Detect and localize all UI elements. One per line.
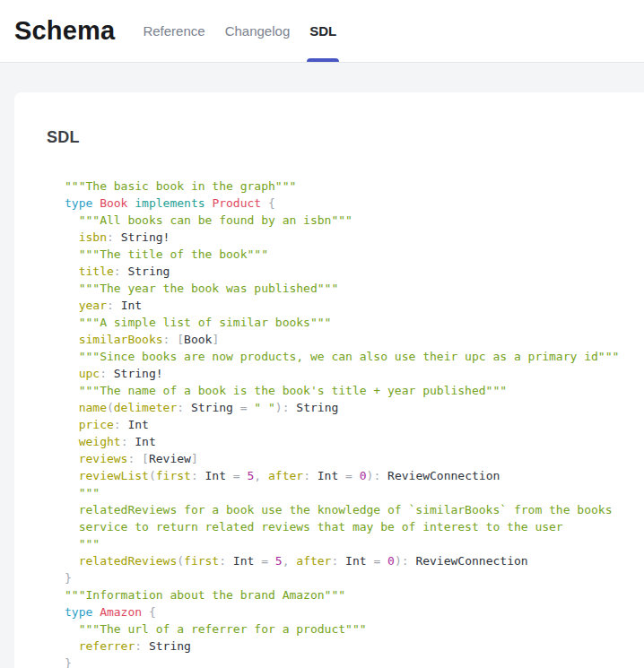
code-line: """ [65,535,626,552]
code-token-kw: type [65,196,100,210]
code-line: """Since books are now products, we can … [65,348,626,365]
code-line: """The title of the book""" [65,246,626,263]
code-token-pun: = [226,469,247,482]
code-token-pun: : [ [127,452,148,465]
code-line: relatedReviews for a book use the knowle… [65,501,626,518]
code-token-fld: isbn [65,230,107,244]
code-token-num: 0 [360,469,367,482]
code-token-pun: : [177,401,191,414]
code-token-fld: title [65,265,114,278]
tab-changelog[interactable]: Changelog [224,0,292,62]
code-token-cls: Amazon [100,605,149,619]
tab-label: Changelog [225,23,291,39]
code-line: service to return related reviews that m… [65,518,626,535]
code-token-impl: implements [135,196,212,210]
code-token-fld: first [184,554,219,568]
code-token-pun: : [107,230,121,244]
page-title: Schema [0,16,115,46]
code-line: price: Int [65,416,626,433]
code-token-pun: : [303,469,318,482]
code-token-pun: = [367,554,387,568]
code-token-doc: """The name of a book is the book's titl… [65,384,507,397]
tab-label: Reference [143,23,205,39]
code-line: similarBooks: [Book] [65,331,626,348]
code-token-fld: delimeter [114,401,177,414]
code-line: referrer: String [65,638,626,655]
tab-label: SDL [309,23,336,39]
code-token-pun: ] [212,333,219,346]
code-line: """The name of a book is the book's titl… [65,382,626,399]
code-token-pun: : [121,435,135,448]
code-token-pun: = [338,469,359,482]
code-token-pun: , [254,469,268,482]
code-token-typ: String! [121,230,170,244]
code-token-fld: similarBooks [65,333,163,346]
code-line: relatedReviews(first: Int = 5, after: In… [65,552,626,569]
code-token-pun: ): [275,401,296,414]
page-header: Schema ReferenceChangelogSDL [0,0,644,63]
code-token-pun: ): [367,469,387,482]
tab-reference[interactable]: Reference [142,0,205,62]
code-token-fld: after [268,469,303,482]
code-token-pun: : [ [163,333,184,346]
code-token-typ: Int [205,469,226,482]
code-line: type Book implements Product { [65,195,626,212]
page-body: SDL """The basic book in the graph"""typ… [0,63,644,668]
code-token-pun: : [114,418,128,431]
code-token-typ: Int [135,435,155,448]
code-line: """A simple list of similar books""" [65,314,626,331]
code-token-fld: weight [65,435,121,448]
code-token-doc: """Information about the brand Amazon""" [65,588,345,602]
code-token-cls: Product [212,196,268,210]
code-token-fld: reviews [65,452,127,465]
code-line: """ [65,484,626,501]
code-token-typ: Review [149,452,191,465]
code-token-num: 0 [387,554,395,568]
code-token-typ: String [149,639,191,653]
tab-sdl[interactable]: SDL [309,0,337,62]
code-line: } [65,655,626,668]
code-token-typ: String [296,401,338,414]
code-line: year: Int [65,297,626,314]
code-line: """The url of a referrer for a product""… [65,620,626,638]
code-token-typ: Int [121,299,142,312]
sdl-code-block: """The basic book in the graph"""type Bo… [65,178,626,668]
code-token-pun: ] [191,452,198,465]
code-token-fld: price [65,418,114,431]
code-token-doc: """The url of a referrer for a product""… [65,622,367,636]
code-line: """All books can be found by an isbn""" [65,212,626,229]
code-token-typ: Int [318,469,338,482]
code-token-typ: Book [184,333,212,346]
code-token-fld: upc [65,367,100,380]
code-line: upc: String! [65,365,626,382]
code-token-fld: after [296,554,331,568]
code-token-str: " " [254,401,274,414]
code-token-cls: Book [100,196,135,210]
code-token-pun: = [254,554,274,568]
code-token-pun: ( [107,401,114,414]
code-token-pun: , [283,554,297,568]
code-token-pun: { [149,605,156,619]
code-token-pun: ( [149,469,156,482]
code-token-pun: ( [177,554,184,568]
code-line: } [65,569,626,586]
code-line: name(delimeter: String = " "): String [65,399,626,416]
code-token-typ: String! [114,367,163,380]
code-line: """The basic book in the graph""" [65,178,626,195]
code-token-fld: year [65,299,107,312]
code-token-typ: ReviewConnection [387,469,500,482]
code-token-fld: referrer [65,639,135,653]
code-line: isbn: String! [65,229,626,246]
active-tab-indicator [307,58,339,62]
code-token-doc: service to return related reviews that m… [65,520,563,534]
code-token-typ: Int [127,418,148,431]
code-token-doc: """ [65,537,100,551]
code-token-doc: """All books can be found by an isbn""" [65,213,352,227]
code-token-fld: relatedReviews [65,554,177,568]
code-token-doc: """The year the book was published""" [65,282,338,295]
code-token-fld: first [156,469,191,482]
code-line: title: String [65,263,626,280]
tab-bar: ReferenceChangelogSDL [142,0,337,62]
code-token-pun: = [233,401,254,414]
code-line: reviewList(first: Int = 5, after: Int = … [65,467,626,484]
